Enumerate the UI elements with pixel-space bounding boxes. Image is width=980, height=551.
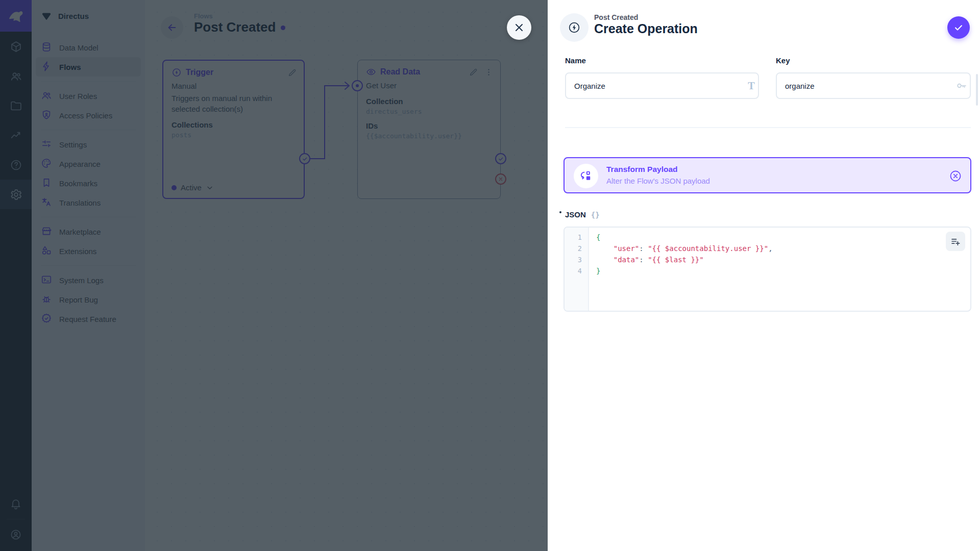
deselect-operation-button[interactable]: [949, 169, 962, 183]
drawer-avatar: [560, 13, 589, 42]
key-icon: [955, 79, 968, 92]
key-input[interactable]: [776, 72, 971, 99]
json-field-header: JSON {}: [565, 210, 600, 219]
json-code-editor[interactable]: 1234 { "user": "{{ $accountability.user …: [564, 227, 971, 312]
transform-payload-icon: [574, 164, 598, 188]
create-operation-drawer: Post Created Create Operation Name T Key…: [548, 0, 980, 551]
code-line: "user": "{{ $accountability.user }}",: [590, 243, 970, 254]
json-field-label: JSON: [565, 210, 586, 219]
line-number: 2: [565, 243, 588, 254]
drawer-scrollbar[interactable]: [976, 74, 978, 106]
insert-field-button[interactable]: [946, 232, 965, 251]
braces-icon: {}: [591, 211, 600, 219]
playlist-add-icon: [950, 236, 961, 247]
app-root: Directus Data ModelFlowsUser RolesAccess…: [0, 0, 980, 551]
bolt-circle-icon: [568, 21, 581, 34]
code-line: "data": "{{ $last }}": [590, 254, 970, 265]
code-line: {: [590, 232, 970, 243]
section-divider: [565, 127, 971, 128]
title-format-icon[interactable]: T: [745, 79, 758, 92]
line-number: 3: [565, 254, 588, 265]
circle-x-icon: [949, 169, 962, 183]
code-line: }: [590, 265, 970, 277]
editor-gutter: 1234: [565, 228, 589, 311]
close-drawer-button[interactable]: [507, 15, 531, 40]
save-operation-button[interactable]: [947, 16, 970, 39]
selected-operation-card[interactable]: Transform Payload Alter the Flow's JSON …: [564, 157, 971, 193]
key-field-label: Key: [776, 56, 790, 65]
close-icon: [513, 21, 525, 34]
drawer-title: Create Operation: [594, 21, 698, 36]
name-input[interactable]: [565, 72, 759, 99]
operation-card-subtitle: Alter the Flow's JSON payload: [606, 177, 710, 185]
line-number: 1: [565, 232, 588, 243]
drawer-breadcrumb: Post Created: [594, 13, 638, 21]
operation-card-title: Transform Payload: [606, 165, 678, 174]
name-field-label: Name: [565, 56, 586, 65]
editor-code: { "user": "{{ $accountability.user }}", …: [590, 232, 970, 277]
check-icon: [953, 22, 964, 33]
required-dot: [559, 211, 561, 213]
line-number: 4: [565, 265, 588, 277]
drawer-overlay[interactable]: [0, 0, 548, 551]
